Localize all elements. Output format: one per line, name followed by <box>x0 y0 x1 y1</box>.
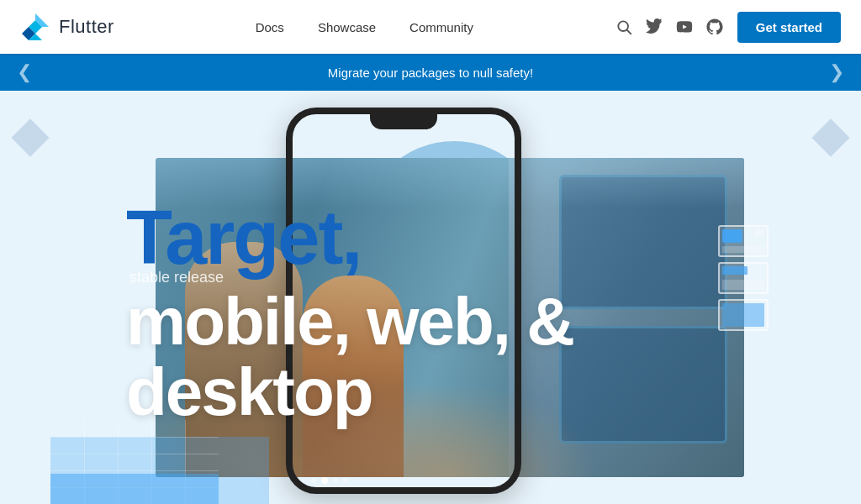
nav-showcase[interactable]: Showcase <box>304 15 389 39</box>
navbar-icons <box>615 18 724 36</box>
thumb-item-1 <box>718 225 769 257</box>
get-started-button[interactable]: Get started <box>737 12 841 43</box>
navbar-actions: Get started <box>615 12 841 43</box>
github-icon[interactable] <box>705 18 724 36</box>
device-thumbnails <box>718 225 769 331</box>
dot-1 <box>311 478 316 483</box>
hero-section: Target, stable release mobile, web, & de… <box>0 91 861 504</box>
dot-2 <box>333 478 338 483</box>
twitter-icon[interactable] <box>645 18 663 36</box>
thumb-screen-3 <box>718 299 769 331</box>
nav-community[interactable]: Community <box>396 15 487 39</box>
thumb-screen-1 <box>718 225 769 257</box>
thumb-item-3 <box>718 299 769 331</box>
flutter-logo-icon <box>20 12 50 42</box>
hero-dots-indicator <box>311 477 348 484</box>
nav-links: Docs Showcase Community <box>242 15 487 39</box>
logo-link[interactable]: Flutter <box>20 12 114 42</box>
deco-diamond-right <box>811 118 849 156</box>
thumb-screen-2 <box>718 262 769 294</box>
hero-bottom-strip <box>50 474 219 504</box>
thumb-item-2 <box>718 262 769 294</box>
search-icon[interactable] <box>615 18 633 36</box>
logo-text: Flutter <box>59 16 114 38</box>
dot-active <box>321 477 328 484</box>
announcement-banner: ❮ Migrate your packages to null safety! … <box>0 54 861 91</box>
banner-next-button[interactable]: ❯ <box>829 61 844 83</box>
phone-notch <box>370 114 437 129</box>
navbar: Flutter Docs Showcase Community <box>0 0 861 54</box>
phone-mockup <box>286 108 521 494</box>
svg-line-5 <box>627 30 631 34</box>
phone-frame <box>286 108 521 494</box>
deco-diamond-left <box>11 118 49 156</box>
nav-docs[interactable]: Docs <box>242 15 298 39</box>
dot-3 <box>343 478 348 483</box>
banner-message: Migrate your packages to null safety! <box>328 66 533 80</box>
banner-prev-button[interactable]: ❮ <box>17 61 32 83</box>
youtube-icon[interactable] <box>675 18 694 36</box>
